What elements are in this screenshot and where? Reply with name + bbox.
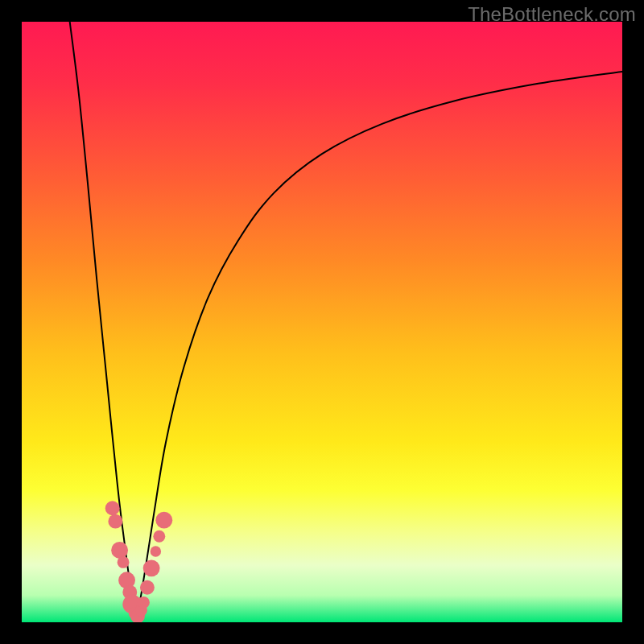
scatter-point [153, 530, 165, 543]
scatter-point [108, 514, 122, 529]
plot-area [22, 22, 622, 622]
scatter-point [118, 556, 130, 568]
scatter-point [105, 501, 120, 515]
scatter-point [151, 546, 161, 556]
scatter-point [155, 512, 172, 529]
scatter-point [140, 580, 155, 595]
scatter-point [138, 597, 150, 609]
chart-frame: TheBottleneck.com [0, 0, 644, 644]
scatter-point [111, 542, 128, 559]
chart-svg [22, 22, 622, 622]
scatter-point [143, 559, 160, 576]
watermark-text: TheBottleneck.com [468, 3, 636, 26]
gradient-background [22, 22, 622, 622]
